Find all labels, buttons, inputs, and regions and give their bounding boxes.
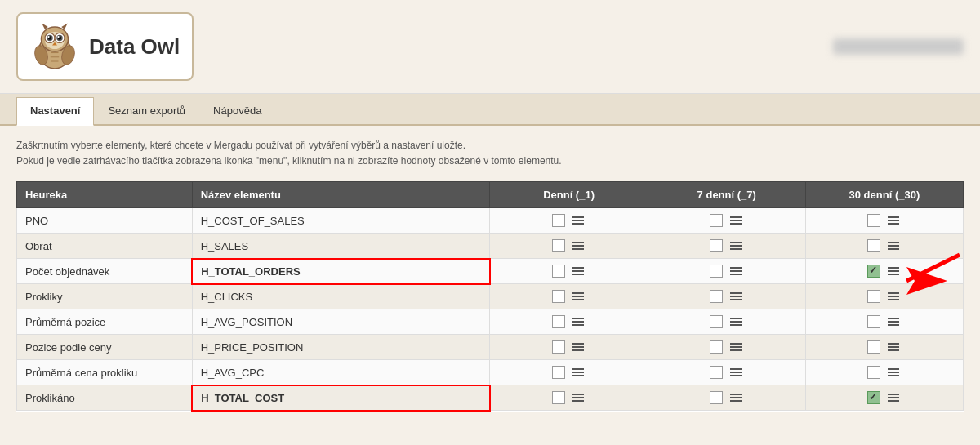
description: Zaškrtnutím vyberte elementy, které chce… [16, 138, 964, 169]
checkbox-w_checked-row7[interactable] [710, 391, 723, 404]
cell-heureka: Pozice podle ceny [17, 335, 193, 360]
main-content: Zaškrtnutím vyberte elementy, které chce… [0, 126, 980, 424]
menu-icon-2-row4[interactable] [885, 316, 902, 327]
menu-icon-0-row3[interactable] [570, 291, 586, 302]
cell-element: H_TOTAL_COST [192, 385, 490, 411]
cell-controls-1 [648, 234, 805, 259]
checkbox-m_checked-row1[interactable] [867, 239, 880, 252]
checkbox-w_checked-row2[interactable] [710, 265, 723, 278]
menu-icon-2-row5[interactable] [885, 341, 902, 353]
checkbox-d_checked-row5[interactable] [552, 340, 565, 354]
cell-controls-1 [648, 259, 805, 284]
checkbox-m_checked-row5[interactable] [867, 340, 880, 354]
header: Data Owl [0, 0, 980, 94]
menu-icon-0-row7[interactable] [570, 392, 586, 403]
checkbox-d_checked-row6[interactable] [552, 366, 565, 379]
cell-heureka: Průměrná cena prokliku [17, 360, 193, 385]
cell-controls-0 [490, 284, 648, 309]
cell-controls-2 [805, 335, 963, 360]
header-left: Data Owl [16, 12, 194, 81]
cell-controls-0 [490, 259, 648, 284]
menu-icon-0-row1[interactable] [570, 240, 586, 251]
cell-element: H_TOTAL_ORDERS [192, 259, 490, 284]
menu-icon-0-row2[interactable] [570, 265, 586, 277]
cell-controls-1 [648, 284, 805, 309]
cell-controls-2 [805, 259, 963, 284]
cell-controls-1 [648, 309, 805, 335]
cell-heureka: Obrat [17, 234, 193, 259]
app-title: Data Owl [89, 34, 180, 60]
cell-element: H_AVG_CPC [192, 360, 490, 385]
checkbox-m_checked-row7[interactable] [867, 391, 880, 404]
menu-icon-0-row4[interactable] [570, 316, 586, 327]
checkbox-w_checked-row1[interactable] [710, 239, 723, 252]
menu-icon-1-row3[interactable] [728, 291, 744, 302]
logo-container: Data Owl [16, 12, 194, 81]
cell-controls-0 [490, 335, 648, 360]
table-row: ProklikyH_CLICKS [17, 284, 964, 309]
menu-icon-2-row3[interactable] [885, 291, 902, 302]
cell-controls-2 [805, 385, 963, 411]
cell-controls-2 [805, 360, 963, 385]
table-row: PNOH_COST_OF_SALES [17, 208, 964, 234]
menu-icon-1-row4[interactable] [728, 316, 744, 327]
table-row: Pozice podle cenyH_PRICE_POSITION [17, 335, 964, 360]
menu-icon-2-row2[interactable] [885, 265, 902, 277]
table-row: Průměrná poziceH_AVG_POSITION [17, 309, 964, 335]
menu-icon-0-row5[interactable] [570, 341, 586, 353]
menu-icon-0-row0[interactable] [570, 215, 586, 226]
checkbox-w_checked-row4[interactable] [710, 315, 723, 328]
cell-element: H_COST_OF_SALES [192, 208, 490, 234]
table-row: Počet objednávekH_TOTAL_ORDERS [17, 259, 964, 284]
checkbox-w_checked-row6[interactable] [710, 366, 723, 379]
cell-controls-2 [805, 284, 963, 309]
menu-icon-1-row6[interactable] [728, 367, 744, 378]
menu-icon-2-row7[interactable] [885, 392, 902, 403]
checkbox-w_checked-row3[interactable] [710, 290, 723, 303]
checkbox-d_checked-row7[interactable] [552, 391, 565, 404]
user-info-blurred [833, 38, 964, 55]
cell-controls-1 [648, 335, 805, 360]
checkbox-d_checked-row2[interactable] [552, 265, 565, 278]
cell-heureka: Počet objednávek [17, 259, 193, 284]
menu-icon-1-row5[interactable] [728, 341, 744, 353]
menu-icon-1-row0[interactable] [728, 215, 744, 226]
menu-icon-2-row0[interactable] [885, 215, 902, 226]
col-header-daily: Denní (_1) [490, 182, 648, 208]
cell-controls-0 [490, 385, 648, 411]
cell-heureka: PNO [17, 208, 193, 234]
cell-controls-1 [648, 385, 805, 411]
menu-icon-1-row2[interactable] [728, 265, 744, 277]
nav-item-nastaveni[interactable]: Nastavení [16, 97, 94, 126]
col-header-30day: 30 denní (_30) [805, 182, 963, 208]
menu-icon-1-row1[interactable] [728, 240, 744, 251]
cell-element: H_PRICE_POSITION [192, 335, 490, 360]
menu-icon-0-row6[interactable] [570, 367, 586, 378]
checkbox-m_checked-row0[interactable] [867, 214, 880, 227]
cell-controls-2 [805, 234, 963, 259]
checkbox-d_checked-row0[interactable] [552, 214, 565, 227]
col-header-heureka: Heureka [17, 182, 193, 208]
checkbox-m_checked-row6[interactable] [867, 366, 880, 379]
nav-item-napoveda[interactable]: Nápověda [199, 97, 275, 124]
cell-controls-1 [648, 208, 805, 234]
cell-heureka: Proklikáno [17, 385, 193, 411]
menu-icon-1-row7[interactable] [728, 392, 744, 403]
checkbox-d_checked-row4[interactable] [552, 315, 565, 328]
menu-icon-2-row1[interactable] [885, 240, 902, 251]
col-header-element: Název elementu [192, 182, 490, 208]
checkbox-w_checked-row5[interactable] [710, 340, 723, 354]
checkbox-m_checked-row3[interactable] [867, 290, 880, 303]
checkbox-m_checked-row2[interactable] [867, 265, 880, 278]
checkbox-d_checked-row3[interactable] [552, 290, 565, 303]
checkbox-w_checked-row0[interactable] [710, 214, 723, 227]
checkbox-d_checked-row1[interactable] [552, 239, 565, 252]
cell-element: H_CLICKS [192, 284, 490, 309]
navigation: Nastavení Seznam exportů Nápověda [0, 94, 980, 126]
menu-icon-2-row6[interactable] [885, 367, 902, 378]
nav-item-seznam-exportu[interactable]: Seznam exportů [94, 97, 199, 124]
svg-point-12 [57, 36, 59, 38]
cell-element: H_AVG_POSITION [192, 309, 490, 335]
checkbox-m_checked-row4[interactable] [867, 315, 880, 328]
elements-table: Heureka Název elementu Denní (_1) 7 denn… [16, 181, 964, 412]
